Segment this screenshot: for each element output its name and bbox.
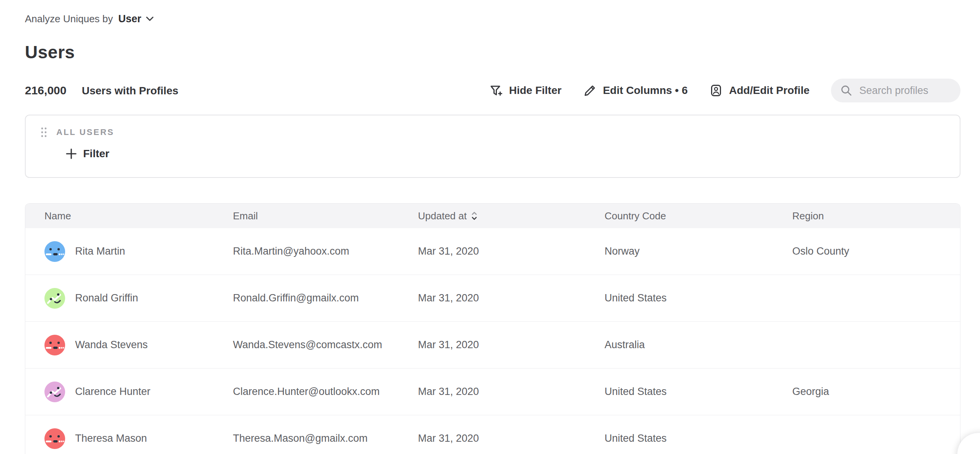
users-page: Analyze Uniques by User Users 216,000 Us… (0, 0, 980, 454)
search-icon (840, 84, 852, 97)
user-country-code: Australia (605, 339, 792, 351)
user-region: Georgia (792, 386, 960, 398)
sort-icon (471, 211, 477, 221)
search-profiles-box (831, 79, 960, 102)
user-country-code: United States (605, 433, 792, 444)
column-header-country-code[interactable]: Country Code (605, 210, 792, 222)
avatar (44, 288, 65, 309)
page-title: Users (25, 42, 960, 63)
user-email: Ronald.Griffin@gmailx.com (233, 292, 418, 304)
user-name: Rita Martin (75, 245, 125, 257)
user-updated-at: Mar 31, 2020 (418, 339, 605, 351)
column-header-name[interactable]: Name (44, 210, 233, 222)
user-updated-at: Mar 31, 2020 (418, 386, 605, 398)
hide-filter-button[interactable]: Hide Filter (489, 84, 562, 97)
edit-columns-label: Edit Columns • 6 (603, 84, 688, 97)
column-header-label: Email (233, 210, 258, 222)
column-header-label: Country Code (605, 210, 666, 222)
column-header-email[interactable]: Email (233, 210, 418, 222)
hide-filter-label: Hide Filter (509, 84, 562, 97)
user-country-code: Norway (605, 245, 792, 257)
name-cell: Theresa Mason (44, 428, 233, 449)
user-name: Wanda Stevens (75, 339, 148, 351)
analyze-by-value: User (118, 13, 141, 25)
table-body: Rita Martin Rita.Martin@yahoox.com Mar 3… (25, 228, 960, 454)
filter-group-header: ALL USERS (40, 125, 960, 139)
user-updated-at: Mar 31, 2020 (418, 433, 605, 444)
name-cell: Wanda Stevens (44, 335, 233, 355)
avatar (44, 428, 65, 449)
name-cell: Clarence Hunter (44, 382, 233, 402)
table-header-row: Name Email Updated at Country Code Regio… (25, 204, 960, 228)
name-cell: Rita Martin (44, 241, 233, 262)
column-header-label: Region (792, 210, 824, 222)
column-header-label: Name (44, 210, 71, 222)
avatar (44, 382, 65, 402)
analyze-bar: Analyze Uniques by User (25, 11, 960, 26)
profile-count-number: 216,000 (25, 84, 66, 97)
user-updated-at: Mar 31, 2020 (418, 245, 605, 257)
table-row[interactable]: Rita Martin Rita.Martin@yahoox.com Mar 3… (25, 228, 960, 275)
analyze-uniques-label: Analyze Uniques by (25, 13, 113, 25)
user-email: Rita.Martin@yahoox.com (233, 245, 418, 257)
user-name: Ronald Griffin (75, 292, 138, 304)
funnel-plus-icon (489, 84, 503, 97)
user-name: Theresa Mason (75, 433, 147, 444)
profile-card-icon (709, 84, 723, 97)
help-fab-button[interactable] (957, 433, 980, 454)
name-cell: Ronald Griffin (44, 288, 233, 309)
user-email: Theresa.Mason@gmailx.com (233, 433, 418, 444)
column-header-label: Updated at (418, 210, 467, 222)
profile-count-label: Users with Profiles (82, 85, 178, 97)
add-filter-button[interactable]: Filter (66, 148, 960, 160)
filter-group-label: ALL USERS (56, 127, 114, 137)
add-edit-profile-label: Add/Edit Profile (729, 84, 810, 97)
user-email: Clarence.Hunter@outlookx.com (233, 386, 418, 398)
toolbar-actions: Hide Filter Edit Columns • 6 Add/Edit Pr… (489, 79, 960, 102)
table-row[interactable]: Theresa Mason Theresa.Mason@gmailx.com M… (25, 415, 960, 454)
profile-count: 216,000 Users with Profiles (25, 84, 179, 97)
avatar (44, 241, 65, 262)
chevron-down-icon (146, 16, 154, 21)
user-email: Wanda.Stevens@comcastx.com (233, 339, 418, 351)
user-name: Clarence Hunter (75, 386, 151, 398)
add-filter-label: Filter (83, 148, 109, 160)
user-updated-at: Mar 31, 2020 (418, 292, 605, 304)
filter-panel: ALL USERS Filter (25, 115, 960, 178)
toolbar: 216,000 Users with Profiles Hide Filter … (25, 79, 960, 102)
user-region: Oslo County (792, 245, 960, 257)
user-country-code: United States (605, 386, 792, 398)
table-row[interactable]: Clarence Hunter Clarence.Hunter@outlookx… (25, 368, 960, 415)
pencil-icon (583, 84, 597, 97)
plus-icon (66, 148, 77, 160)
column-header-updated-at[interactable]: Updated at (418, 210, 605, 222)
add-edit-profile-button[interactable]: Add/Edit Profile (709, 84, 810, 97)
users-table: Name Email Updated at Country Code Regio… (25, 203, 960, 454)
column-header-region[interactable]: Region (792, 210, 960, 222)
analyze-by-dropdown[interactable]: User (118, 13, 154, 25)
table-row[interactable]: Wanda Stevens Wanda.Stevens@comcastx.com… (25, 322, 960, 368)
user-country-code: United States (605, 292, 792, 304)
drag-handle-icon[interactable] (40, 127, 48, 138)
edit-columns-button[interactable]: Edit Columns • 6 (583, 84, 688, 97)
avatar (44, 335, 65, 355)
search-profiles-input[interactable] (859, 85, 951, 97)
table-row[interactable]: Ronald Griffin Ronald.Griffin@gmailx.com… (25, 275, 960, 322)
